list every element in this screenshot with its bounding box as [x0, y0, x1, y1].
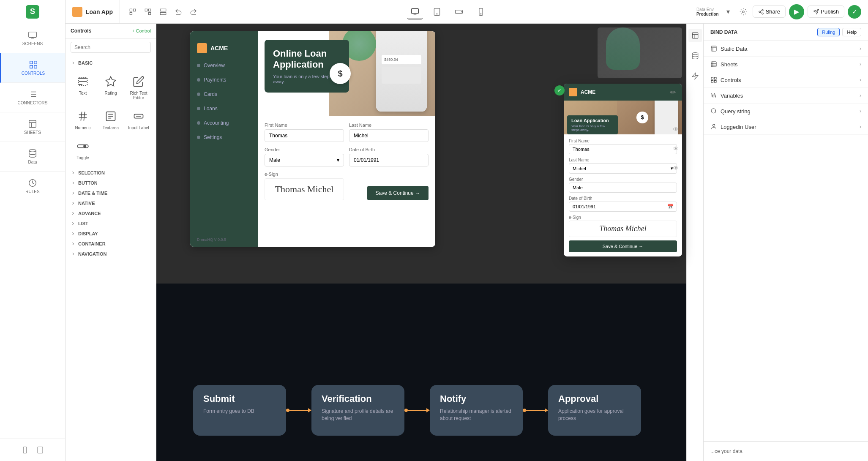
bind-table-icon[interactable] — [688, 29, 702, 42]
input-label-control-label: Input Label — [128, 125, 149, 130]
static-data-item[interactable]: Static Data › — [704, 41, 868, 57]
float-dob-label: Date of Birth — [569, 196, 677, 201]
advance-section-header[interactable]: ADVANCE — [66, 208, 156, 218]
esign-display: Thomas Michel — [265, 178, 344, 200]
loggedin-user-item[interactable]: Loggedin User › — [704, 119, 868, 135]
float-dob-input[interactable] — [569, 202, 677, 212]
basic-section-header[interactable]: BASIC — [66, 58, 156, 68]
bind-lightning-icon[interactable] — [688, 69, 702, 83]
svg-line-34 — [84, 112, 85, 121]
sheets-bind-item[interactable]: Sheets › — [704, 57, 868, 72]
mobile-view-button[interactable] — [473, 4, 489, 19]
cards-nav-item[interactable]: Cards — [190, 87, 258, 101]
input-label-control[interactable]: Input Label — [126, 106, 151, 133]
dob-input[interactable] — [349, 154, 429, 166]
help-tab[interactable]: Help — [842, 28, 861, 36]
controls-title: Controls — [71, 28, 91, 34]
save-continue-button[interactable]: Save & Continue → — [367, 186, 429, 200]
cards-dot — [197, 93, 200, 96]
sidebar-item-screens[interactable]: SCREENS — [0, 24, 65, 53]
float-gender-input[interactable] — [569, 183, 677, 193]
toggle-control[interactable]: Toggle — [71, 136, 95, 163]
publish-button[interactable]: Publish — [808, 5, 844, 18]
payments-label: Payments — [204, 77, 226, 83]
eye-icon-1[interactable]: 👁 — [673, 126, 679, 133]
check-button[interactable]: ✓ — [848, 5, 861, 19]
overview-nav-item[interactable]: Overview — [190, 58, 258, 73]
eye-icon-2[interactable]: 👁 — [673, 145, 679, 152]
sidebar-item-sheets[interactable]: SHEETS — [0, 112, 65, 142]
undo-button[interactable] — [172, 6, 184, 18]
float-last-name-select[interactable]: Michel ▾ — [569, 163, 677, 174]
rich-text-control-label: Rich Text Editor — [128, 91, 149, 100]
advance-label: ADVANCE — [78, 211, 101, 216]
list-section-header[interactable]: LIST — [66, 218, 156, 229]
native-section-header[interactable]: NATIVE — [66, 198, 156, 208]
loans-nav-item[interactable]: Loans — [190, 101, 258, 116]
grid-view-2-button[interactable] — [142, 6, 154, 18]
static-data-label: Static Data — [721, 46, 748, 52]
first-name-input[interactable] — [265, 129, 344, 142]
grid-view-3-button[interactable] — [157, 6, 169, 18]
env-dropdown-button[interactable]: ▾ — [722, 6, 734, 18]
payments-nav-item[interactable]: Payments — [190, 73, 258, 87]
rich-text-control[interactable]: Rich Text Editor — [126, 71, 151, 103]
svg-rect-22 — [30, 65, 32, 68]
tablet-frame-button[interactable] — [34, 444, 46, 456]
selection-section-header[interactable]: SELECTION — [66, 168, 156, 178]
controls-search-box — [66, 38, 156, 56]
settings-button[interactable] — [737, 6, 749, 18]
float-first-name-input[interactable] — [569, 144, 677, 154]
publish-label: Publish — [821, 8, 839, 15]
sidebar-item-rules[interactable]: RULES — [0, 172, 65, 201]
gender-select[interactable]: Male ▾ — [265, 154, 344, 166]
text-control[interactable]: Text — [71, 71, 95, 103]
sidebar-item-connectors[interactable]: CONNECTORS — [0, 83, 65, 112]
display-section-header[interactable]: DISPLAY — [66, 229, 156, 239]
numeric-control[interactable]: Numeric — [71, 106, 95, 133]
run-button[interactable]: ▶ — [789, 4, 804, 19]
user-icon — [710, 123, 717, 130]
submit-title: Submit — [203, 393, 276, 404]
rating-control[interactable]: Rating — [98, 71, 123, 103]
controls-bind-item[interactable]: Controls › — [704, 72, 868, 88]
bind-bottom: ...ce your data — [704, 441, 868, 461]
add-control-button[interactable]: + Control — [132, 28, 151, 33]
search-input[interactable] — [71, 42, 151, 53]
float-esign-display: Thomas Michel — [569, 221, 677, 237]
controls-chevron: › — [860, 77, 861, 83]
textarea-control[interactable]: Textarea — [98, 106, 123, 133]
payments-dot — [197, 78, 200, 82]
notify-title: Notify — [440, 393, 513, 404]
variables-bind-item[interactable]: Variables › — [704, 88, 868, 104]
tablet-view-button[interactable] — [429, 4, 445, 19]
sidebar-item-controls[interactable]: CONTROLS — [0, 53, 65, 83]
accounting-nav-item[interactable]: Accounting — [190, 116, 258, 130]
eye-icon-3[interactable]: 👁 — [673, 165, 679, 172]
svg-point-14 — [480, 14, 481, 14]
desktop-view-button[interactable] — [407, 4, 423, 19]
accounting-label: Accounting — [204, 120, 229, 126]
date-time-section-header[interactable]: DATE & TIME — [66, 188, 156, 198]
share-button[interactable]: Share — [753, 5, 786, 18]
mobile-frame-button[interactable] — [19, 444, 31, 456]
sidebar-item-data[interactable]: Data — [0, 142, 65, 172]
grid-view-1-button[interactable] — [127, 6, 139, 18]
dob-group: Date of Birth — [349, 147, 429, 166]
query-string-item[interactable]: Query string › — [704, 104, 868, 119]
float-edit-button[interactable]: ✏ — [669, 88, 677, 96]
ruling-tab[interactable]: Ruling — [817, 28, 840, 36]
float-save-button[interactable]: Save & Continue → — [569, 240, 677, 252]
settings-nav-item[interactable]: Settings — [190, 130, 258, 145]
arrow-3-dot — [523, 409, 526, 412]
svg-rect-6 — [160, 9, 166, 11]
container-section-header[interactable]: CONTAINER — [66, 239, 156, 249]
button-section-header[interactable]: BUTTON — [66, 178, 156, 188]
last-name-input[interactable] — [349, 129, 429, 142]
calendar-icon[interactable]: 📅 — [667, 204, 674, 210]
mobile-landscape-view-button[interactable] — [451, 4, 467, 19]
variables-chevron: › — [860, 93, 861, 98]
redo-button[interactable] — [188, 6, 199, 18]
bind-database-icon[interactable] — [688, 49, 702, 63]
navigation-section-header[interactable]: NAVIGATION — [66, 249, 156, 259]
